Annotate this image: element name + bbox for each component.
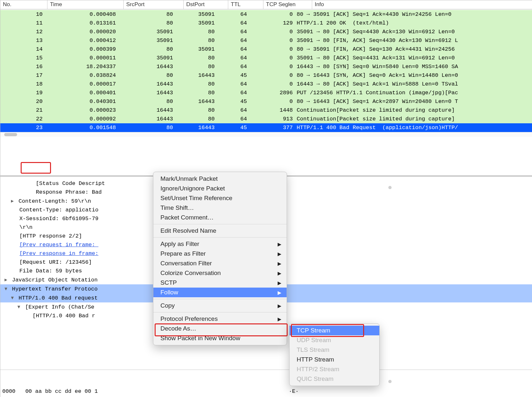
cell: 377 xyxy=(249,123,295,132)
packet-row[interactable]: 100.000408803509164080 → 35091 [ACK] Seq… xyxy=(0,10,532,19)
submenu-http-stream[interactable]: HTTP Stream xyxy=(290,355,379,364)
cell: 0.000412 xyxy=(45,36,118,45)
context-menu[interactable]: Mark/Unmark Packet Ignore/Unignore Packe… xyxy=(153,172,287,345)
menu-set-time-reference[interactable]: Set/Unset Time Reference xyxy=(153,193,287,203)
cell: 16443 xyxy=(118,115,175,123)
packet-row[interactable]: 130.000412350918064035091 → 80 [FIN, ACK… xyxy=(0,36,532,45)
hex-row[interactable]: 0000 00 aa bb cc dd ee 00 1 ·E· xyxy=(2,387,530,395)
cell: 45 xyxy=(217,123,249,132)
collapse-icon[interactable]: ▾ xyxy=(9,293,15,302)
packet-row[interactable]: 120.000020350918064035091 → 80 [ACK] Seq… xyxy=(0,27,532,36)
cell: 0 xyxy=(249,27,295,36)
menu-copy[interactable]: Copy▶ xyxy=(153,301,287,310)
splitter-handle[interactable] xyxy=(388,186,392,189)
cell: 80 xyxy=(175,36,217,45)
menu-sctp[interactable]: SCTP▶ xyxy=(153,278,287,288)
cell: 35091 xyxy=(175,10,217,19)
cell: 0 xyxy=(249,45,295,54)
cell: 64 xyxy=(217,45,249,54)
packet-row[interactable]: 190.0004011644380642896PUT /123456 HTTP/… xyxy=(0,88,532,97)
packet-rows[interactable]: 100.000408803509164080 → 35091 [ACK] Seq… xyxy=(0,9,532,132)
splitter-handle[interactable] xyxy=(388,380,392,383)
submenu-quic-stream: QUIC Stream xyxy=(290,374,379,384)
menu-decode-as[interactable]: Decode As… xyxy=(153,324,287,333)
packet-row[interactable]: 1618.204337164438064016443 → 80 [SYN] Se… xyxy=(0,62,532,71)
cell: 16443 xyxy=(175,71,217,80)
cell: 80 xyxy=(175,27,217,36)
cell: 16 xyxy=(0,62,45,71)
collapse-icon[interactable]: ▾ xyxy=(16,302,22,311)
packet-list-pane[interactable]: No. Time SrcPort DstPort TTL TCP Seglen … xyxy=(0,0,532,176)
menu-packet-comment[interactable]: Packet Comment… xyxy=(153,213,287,222)
packet-row[interactable]: 200.040301801644345080 → 16443 [ACK] Seq… xyxy=(0,97,532,106)
cell: 80 → 16443 [SYN, ACK] Seq=0 Ack=1 Win=14… xyxy=(295,71,532,80)
cell: 0 xyxy=(249,97,295,106)
scroll-thumb[interactable] xyxy=(4,133,17,136)
menu-colorize-conversation[interactable]: Colorize Conversation▶ xyxy=(153,268,287,278)
menu-time-shift[interactable]: Time Shift… xyxy=(153,203,287,213)
col-no[interactable]: No. xyxy=(0,0,47,9)
packet-row[interactable]: 230.001548801644345377HTTP/1.1 400 Bad R… xyxy=(0,123,532,132)
col-dst[interactable]: DstPort xyxy=(184,0,228,9)
cell: 11 xyxy=(0,19,45,27)
menu-mark[interactable]: Mark/Unmark Packet xyxy=(153,174,287,184)
packet-row[interactable]: 210.0000231644380641448Continuation[Pack… xyxy=(0,106,532,115)
cell: 16443 xyxy=(118,88,175,97)
col-info[interactable]: Info xyxy=(312,0,532,9)
cell: 0.000023 xyxy=(45,106,118,115)
cell: 64 xyxy=(217,88,249,97)
cell: 0.000011 xyxy=(45,54,118,62)
cell: 80 xyxy=(175,80,217,88)
cell: 35091 → 80 [FIN, ACK] Seq=4430 Ack=130 W… xyxy=(295,36,532,45)
prev-request-link[interactable]: [Prev request in frame: xyxy=(19,242,98,248)
cell: 0 xyxy=(249,54,295,62)
cell: 45 xyxy=(217,97,249,106)
submenu-arrow-icon: ▶ xyxy=(278,316,281,322)
cell: 1448 xyxy=(249,106,295,115)
cell: 0.001548 xyxy=(45,123,118,132)
packet-list-header[interactable]: No. Time SrcPort DstPort TTL TCP Seglen … xyxy=(0,0,532,9)
cell: 45 xyxy=(217,71,249,80)
menu-follow[interactable]: Follow▶ xyxy=(153,288,287,297)
col-ttl[interactable]: TTL xyxy=(228,0,263,9)
col-time[interactable]: Time xyxy=(47,0,124,9)
submenu-arrow-icon: ▶ xyxy=(278,261,281,267)
packet-row[interactable]: 150.000011350918064035091 → 80 [ACK] Seq… xyxy=(0,54,532,62)
cell: 0 xyxy=(249,62,295,71)
menu-show-in-new-window[interactable]: Show Packet in New Window xyxy=(153,333,287,343)
menu-protocol-preferences[interactable]: Protocol Preferences▶ xyxy=(153,314,287,324)
cell: 16443 → 80 [SYN] Seq=0 Win=5840 Len=0 MS… xyxy=(295,62,532,71)
menu-separator xyxy=(153,299,287,299)
cell: 0 xyxy=(249,71,295,80)
packet-row[interactable]: 180.000017164438064016443 → 80 [ACK] Seq… xyxy=(0,80,532,88)
cell: 80 xyxy=(118,71,175,80)
cell: 12 xyxy=(0,27,45,36)
col-seg[interactable]: TCP Seglen xyxy=(263,0,312,9)
cell: 0.038824 xyxy=(45,71,118,80)
menu-ignore[interactable]: Ignore/Unignore Packet xyxy=(153,184,287,193)
follow-submenu[interactable]: TCP Stream UDP Stream TLS Stream HTTP St… xyxy=(289,323,380,386)
packet-row[interactable]: 170.038824801644345080 → 16443 [SYN, ACK… xyxy=(0,71,532,80)
collapse-icon[interactable]: ▾ xyxy=(3,284,9,293)
menu-separator xyxy=(153,224,287,224)
packet-row[interactable]: 110.013161803509164129HTTP/1.1 200 OK (t… xyxy=(0,19,532,27)
submenu-tcp-stream[interactable]: TCP Stream xyxy=(290,326,379,335)
horizontal-scrollbar[interactable] xyxy=(0,132,532,137)
menu-conversation-filter[interactable]: Conversation Filter▶ xyxy=(153,259,287,268)
expand-icon[interactable]: ▸ xyxy=(3,275,9,284)
hex-pane[interactable]: 0000 00 aa bb cc dd ee 00 1 ·E· 0010 01 … xyxy=(0,370,532,397)
expand-icon[interactable]: ▸ xyxy=(9,197,15,205)
menu-prepare-as-filter[interactable]: Prepare as Filter▶ xyxy=(153,249,287,259)
packet-row[interactable]: 140.000399803509164080 → 35091 [FIN, ACK… xyxy=(0,45,532,54)
packet-row[interactable]: 220.000092164438064913Continuation[Packe… xyxy=(0,115,532,123)
prev-response-link[interactable]: [Prev response in frame: xyxy=(19,250,98,257)
wireshark-window: No. Time SrcPort DstPort TTL TCP Seglen … xyxy=(0,0,532,397)
cell: 16443 xyxy=(175,97,217,106)
col-src[interactable]: SrcPort xyxy=(124,0,184,9)
menu-edit-resolved-name[interactable]: Edit Resolved Name xyxy=(153,226,287,236)
menu-apply-as-filter[interactable]: Apply as Filter▶ xyxy=(153,239,287,249)
cell: 22 xyxy=(0,115,45,123)
submenu-arrow-icon: ▶ xyxy=(278,280,281,286)
cell: 80 xyxy=(118,10,175,19)
cell: 0.000092 xyxy=(45,115,118,123)
